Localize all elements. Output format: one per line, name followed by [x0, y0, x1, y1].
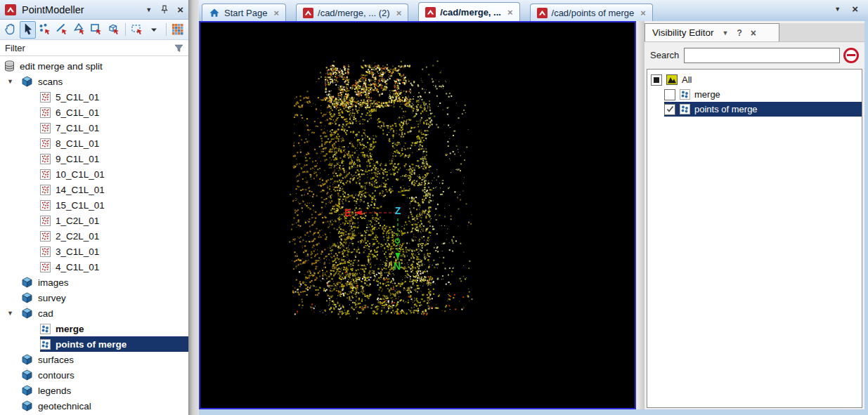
marquee-dropdown[interactable]: [146, 21, 162, 39]
tree-item-label: 7_C1L_01: [56, 123, 99, 133]
cube-icon: [21, 385, 33, 396]
pointmodeller-window: PointModeller ▼ × Filter edit merge and …: [0, 0, 868, 415]
tab-close-icon[interactable]: ×: [396, 8, 402, 18]
tab-label: Start Page: [224, 8, 267, 18]
tree-item-label: contours: [38, 370, 75, 381]
tree-item-geotechnical[interactable]: geotechnical: [0, 398, 188, 414]
tree-item-label: 2_C2L_01: [56, 231, 99, 242]
filter-label: Filter: [5, 43, 25, 53]
tree-item-5-c1l-01[interactable]: 5_C1L_01: [0, 89, 188, 105]
select-solid-tool[interactable]: [106, 21, 122, 39]
tab-cad-merge[interactable]: /cad/merge, ...×: [418, 2, 519, 21]
close-icon[interactable]: ×: [751, 28, 756, 38]
tree-item-8-c1l-01[interactable]: 8_C1L_01: [0, 136, 188, 151]
tree-item-4-c1l-01[interactable]: 4_C1L_01: [0, 259, 188, 275]
help-icon[interactable]: ?: [737, 28, 741, 38]
close-icon[interactable]: ×: [177, 4, 183, 15]
search-input[interactable]: [684, 48, 840, 63]
tree-item-6-c1l-01[interactable]: 6_C1L_01: [0, 105, 188, 120]
tab-cad-points-of-merge[interactable]: /cad/points of merge×: [530, 4, 653, 21]
visibility-checkbox-checked[interactable]: [664, 104, 675, 115]
tree-item-legends[interactable]: legends: [0, 383, 188, 398]
tree-item-images[interactable]: images: [0, 275, 188, 290]
tab-close-icon[interactable]: ×: [507, 8, 513, 17]
selection-toolbar: [0, 20, 188, 40]
project-explorer-panel: PointModeller ▼ × Filter edit merge and …: [0, 0, 188, 415]
filter-input[interactable]: [31, 42, 174, 54]
left-splitter[interactable]: [188, 0, 199, 415]
select-line-tool[interactable]: [54, 21, 70, 39]
tree-item-label: points of merge: [56, 339, 127, 350]
point-cloud-canvas[interactable]: [200, 22, 635, 408]
expander-icon[interactable]: ▼: [6, 310, 21, 317]
cube-icon: [21, 354, 33, 365]
tree-item-label: edit merge and split: [20, 61, 103, 72]
select-rectangle-tool[interactable]: [89, 21, 104, 39]
pin-icon[interactable]: [160, 5, 169, 14]
tree-item-points-of-merge[interactable]: points of merge: [0, 336, 188, 352]
tree-item-label: 1_C2L_01: [56, 216, 99, 226]
tree-item-1-c2l-01[interactable]: 1_C2L_01: [0, 213, 188, 228]
visibility-tree: Allmergepoints of merge: [647, 69, 862, 408]
select-polygon-tool[interactable]: [72, 21, 87, 39]
visibility-search-row: Search: [644, 41, 864, 69]
expander-icon[interactable]: ▼: [6, 78, 21, 85]
select-points-tool[interactable]: [37, 21, 53, 39]
tab-close-icon[interactable]: ×: [640, 8, 646, 18]
tree-item-label: surfaces: [38, 355, 74, 365]
cube-icon: [21, 369, 33, 381]
tree-item-14-c1l-01[interactable]: 14_C1L_01: [0, 182, 188, 197]
tree-item-cad[interactable]: ▼cad: [0, 305, 188, 321]
scan-icon: [40, 200, 51, 211]
db-icon: [4, 60, 15, 72]
visibility-checkbox-unchecked[interactable]: [664, 89, 675, 100]
tab-list-caret-icon[interactable]: ▼: [834, 6, 841, 13]
scan-icon: [40, 246, 51, 257]
cube-icon: [21, 277, 33, 288]
panel-menu-caret-icon[interactable]: ▼: [145, 6, 152, 13]
tree-item-10-c1l-01[interactable]: 10_C1L_01: [0, 166, 188, 182]
marquee-select-tool[interactable]: [129, 21, 145, 39]
tree-item-edit-merge-and-split[interactable]: edit merge and split: [0, 58, 188, 74]
scan-icon: [40, 138, 51, 149]
select-tool[interactable]: [20, 21, 35, 39]
visibility-item-points-of-merge[interactable]: points of merge: [647, 102, 862, 117]
tree-item-scans[interactable]: ▼scans: [0, 74, 188, 89]
close-document-icon[interactable]: ×: [852, 4, 858, 14]
3d-viewport: E Z N: [199, 21, 636, 409]
cube-icon: [21, 400, 33, 411]
clear-filter-icon[interactable]: [843, 48, 859, 63]
all-icon: [666, 74, 678, 85]
tree-item-merge[interactable]: merge: [0, 321, 188, 336]
tab-label: /cad/merge, ...: [440, 7, 501, 18]
scan-icon: [40, 169, 51, 180]
tree-item-3-c1l-01[interactable]: 3_C1L_01: [0, 244, 188, 259]
right-splitter[interactable]: [636, 21, 644, 409]
visibility-item-label: points of merge: [694, 104, 758, 114]
tree-item-15-c1l-01[interactable]: 15_C1L_01: [0, 197, 188, 213]
tab-cad-merge-2[interactable]: /cad/merge, ... (2)×: [296, 4, 408, 21]
tree-item-label: 5_C1L_01: [56, 92, 99, 103]
tree-item-label: geotechnical: [38, 401, 91, 411]
visibility-item-merge[interactable]: merge: [647, 87, 862, 102]
chevron-down-icon[interactable]: ▼: [723, 29, 729, 37]
visibility-checkbox-indeterminate[interactable]: [651, 74, 662, 86]
tree-item-survey[interactable]: survey: [0, 290, 188, 305]
tab-visibility-editor[interactable]: Visibility Editor ▼ ? ×: [644, 23, 779, 41]
tree-item-2-c2l-01[interactable]: 2_C2L_01: [0, 228, 188, 244]
tree-item-7-c1l-01[interactable]: 7_C1L_01: [0, 120, 188, 136]
tree-item-contours[interactable]: contours: [0, 367, 188, 383]
pan-tool[interactable]: [3, 21, 18, 39]
app-logo-icon: [5, 4, 16, 15]
visibility-item-label: merge: [694, 89, 720, 100]
visibility-item-all[interactable]: All: [647, 72, 862, 87]
visibility-editor-panel: Visibility Editor ▼ ? × Search Allmergep…: [644, 21, 864, 409]
filter-funnel-icon[interactable]: [174, 44, 183, 53]
tab-close-icon[interactable]: ×: [273, 8, 279, 18]
point-display-tool[interactable]: [170, 21, 186, 39]
tree-item-label: 4_C1L_01: [56, 262, 99, 272]
tab-start-page[interactable]: Start Page×: [202, 4, 286, 21]
scan-icon: [40, 262, 51, 272]
tree-item-9-c1l-01[interactable]: 9_C1L_01: [0, 151, 188, 166]
tree-item-surfaces[interactable]: surfaces: [0, 352, 188, 367]
